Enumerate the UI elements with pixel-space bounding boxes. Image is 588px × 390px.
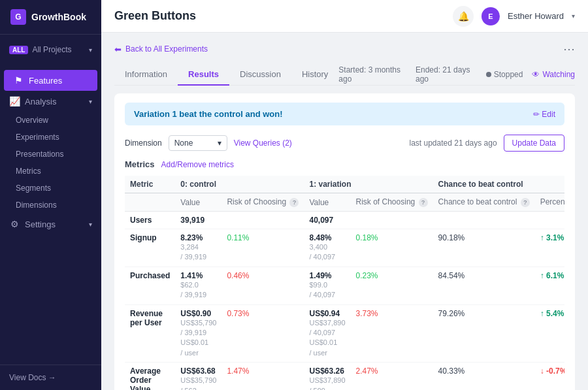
metric-name-cell: Signup (125, 229, 175, 267)
sidebar-subitem-presentations[interactable]: Presentations (7, 146, 101, 163)
settings-icon: ⚙ (9, 219, 20, 229)
sidebar-subitem-experiments[interactable]: Experiments (7, 129, 101, 146)
eye-icon: 👁 (532, 70, 540, 79)
view-queries-link[interactable]: View Queries (2) (234, 138, 292, 148)
sidebar-subitem-dimensions[interactable]: Dimensions (7, 197, 101, 214)
th-control: 0: control (175, 176, 304, 193)
controls-left: Dimension None ▾ View Queries (2) (125, 135, 292, 151)
metrics-title: Metrics (125, 159, 155, 169)
tabs-row: Information Results Discussion History S… (114, 64, 575, 86)
tab-information[interactable]: Information (114, 64, 178, 86)
variation-risk-help-icon[interactable]: ? (419, 198, 428, 207)
chance-cell: 79.26% (433, 304, 535, 363)
sidebar-item-analysis-label: Analysis (25, 97, 56, 106)
sidebar-item-settings[interactable]: ⚙ Settings ▾ (0, 214, 101, 235)
variation-value-cell: US$63.26 US$37,890/ 599US$0.01/ user (304, 363, 350, 390)
th-metric2 (125, 193, 175, 212)
th-pct2: Percent Change ? (535, 193, 564, 212)
started-meta: Started: 3 months ago (338, 65, 406, 84)
pct-change-cell: ↑ 6.1% (535, 267, 564, 304)
tabs: Information Results Discussion History (114, 64, 338, 85)
metrics-table: Metric 0: control 1: variation Chance to… (125, 176, 564, 390)
variation-value-cell: 40,097 (304, 212, 350, 229)
page-title: Green Buttons (114, 9, 196, 23)
watching-label: Watching (542, 70, 575, 79)
th-variation-value: Value (304, 193, 350, 212)
tab-meta: Started: 3 months ago Ended: 21 days ago… (338, 65, 575, 84)
chance-cell: 84.54% (433, 267, 535, 304)
chance-help-icon[interactable]: ? (521, 198, 530, 207)
variation-value-cell: US$0.94 US$37,890/ 40,097US$0.01/ user (304, 304, 350, 363)
page-header: Green Buttons 🔔 E Esther Howard ▾ (101, 0, 588, 33)
edit-button[interactable]: ✏ Edit (533, 110, 555, 119)
analysis-icon: 📈 (9, 96, 20, 106)
pct-change-cell (535, 212, 564, 229)
control-value-cell: US$63.68 US$35,790/ 562US$0.01/ user (175, 363, 221, 390)
table-row: Purchased 1.41% $62.0/ 39,919 0.46% 1.49… (125, 267, 564, 304)
table-row: Signup 8.23% 3,284/ 39,919 0.11% 8.48% 3… (125, 229, 564, 267)
th-variation-risk: Risk of Choosing ? (351, 193, 433, 212)
table-row: Users 39,919 40,097 (125, 212, 564, 229)
control-value-cell: US$0.90 US$35,790/ 39,919US$0.01/ user (175, 304, 221, 363)
more-options-btn[interactable]: ⋯ (563, 42, 575, 56)
sidebar-item-features[interactable]: ⚑ Features (4, 70, 97, 91)
sidebar: G GrowthBook ALL All Projects ▾ ⚑ Featur… (0, 0, 101, 390)
control-risk-cell: 1.47% (221, 363, 304, 390)
sidebar-subitem-metrics[interactable]: Metrics (7, 163, 101, 180)
sidebar-subitem-overview[interactable]: Overview (7, 112, 101, 129)
variation-risk-value: 0.23% (356, 271, 378, 280)
stopped-label: Stopped (494, 70, 523, 79)
controls-right: last updated 21 days ago Update Data (410, 135, 565, 152)
risk-help-icon[interactable]: ? (289, 198, 299, 207)
chevron-down-icon: ▾ (89, 46, 92, 54)
dimension-select[interactable]: None ▾ (169, 135, 227, 151)
metrics-table-wrap: Metric 0: control 1: variation Chance to… (125, 176, 564, 390)
metric-name-cell: Revenueper User (125, 304, 175, 363)
variation-risk-value: 3.73% (356, 309, 378, 318)
sidebar-all-projects-section: ALL All Projects ▾ (0, 35, 101, 65)
view-docs-label: View Docs → (9, 373, 56, 382)
sidebar-item-analysis[interactable]: 📈 Analysis ▾ (0, 91, 101, 112)
th-metric: Metric (125, 176, 175, 193)
back-link[interactable]: Back to All Experiments (125, 44, 208, 54)
watching-link[interactable]: 👁 Watching (532, 70, 575, 79)
control-risk-value: 0.73% (227, 309, 249, 318)
all-projects-label: All Projects (32, 45, 71, 54)
control-value-cell: 39,919 (175, 212, 221, 229)
analysis-subitems: Overview Experiments Presentations Metri… (0, 112, 101, 214)
variation-risk-cell: 0.23% (351, 267, 433, 304)
tab-discussion[interactable]: Discussion (229, 64, 291, 86)
all-projects-item[interactable]: ALL All Projects ▾ (0, 40, 101, 59)
control-risk-cell: 0.73% (221, 304, 304, 363)
stopped-dot-icon (486, 72, 491, 77)
metric-name-cell: Purchased (125, 267, 175, 304)
th-control-risk: Risk of Choosing ? (221, 193, 304, 212)
control-risk-cell: 0.46% (221, 267, 304, 304)
notification-bell-icon[interactable]: 🔔 (453, 6, 474, 27)
chance-cell (433, 212, 535, 229)
sidebar-logo: G GrowthBook (0, 0, 101, 35)
th-control-value: Value (175, 193, 221, 212)
breadcrumb: ⬅ Back to All Experiments ⋯ (114, 42, 575, 56)
main-content: Green Buttons 🔔 E Esther Howard ▾ ⬅ Back… (101, 0, 588, 390)
tab-history[interactable]: History (291, 64, 338, 86)
logo-text: GrowthBook (31, 12, 86, 22)
chance-cell: 40.33% (433, 363, 535, 390)
variation-risk-cell: 0.18% (351, 229, 433, 267)
stopped-meta: Stopped (486, 70, 523, 79)
update-data-button[interactable]: Update Data (504, 135, 564, 152)
pct-change-cell: ↑ 3.1% (535, 229, 564, 267)
user-menu-chevron-icon[interactable]: ▾ (572, 12, 575, 20)
view-docs-link[interactable]: View Docs → (9, 373, 92, 382)
variation-risk-cell: 2.47% (351, 363, 433, 390)
variation-risk-cell (351, 212, 433, 229)
pct-change-cell: ↑ 5.4% (535, 304, 564, 363)
tab-results[interactable]: Results (178, 64, 229, 86)
features-icon: ⚑ (13, 75, 24, 86)
sidebar-subitem-segments[interactable]: Segments (7, 180, 101, 197)
more-icon[interactable]: ⋯ (563, 42, 575, 56)
sidebar-item-settings-label: Settings (25, 219, 56, 229)
add-remove-metrics-link[interactable]: Add/Remove metrics (161, 160, 234, 169)
table-row: AverageOrder Value US$63.68 US$35,790/ 5… (125, 363, 564, 390)
control-risk-value: 1.47% (227, 366, 249, 376)
